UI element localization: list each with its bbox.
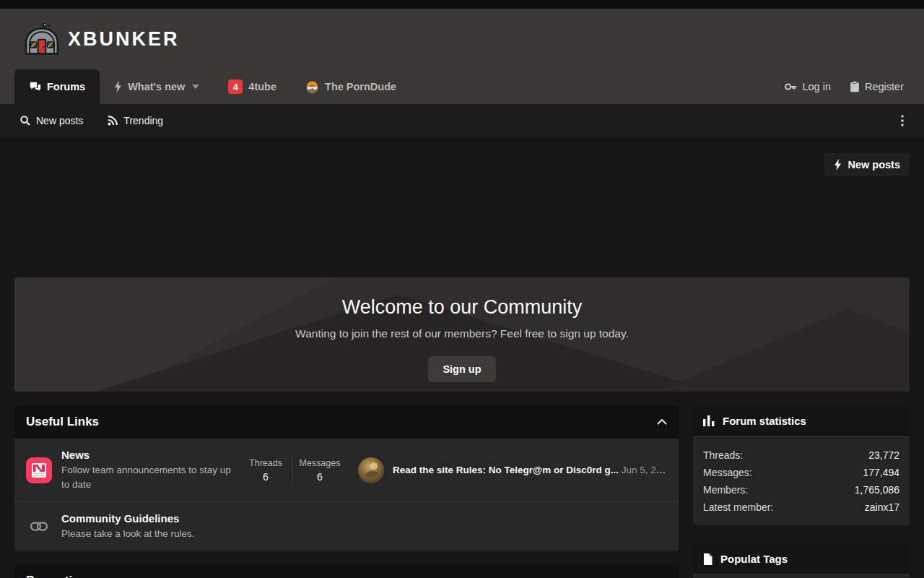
stat-row-latest-member: Latest member: zainx17 [703,499,899,516]
latest-thread[interactable]: Read the site Rules: No Telegr@m or Disc… [358,457,667,483]
login-label: Log in [802,81,831,92]
welcome-subtitle: Wanting to join the rest of our members?… [14,327,910,340]
lightning-icon [114,81,122,92]
welcome-title: Welcome to our Community [14,296,910,319]
subnav-trending-label: Trending [123,115,163,126]
messages-value: 6 [293,471,346,483]
tab-porndude[interactable]: The PornDude [291,69,411,104]
stat-row-threads: Threads: 23,772 [703,447,899,464]
avatar[interactable] [358,457,384,483]
tab-whats-new[interactable]: What's new [100,69,214,104]
brand-name[interactable]: XBUNKER [68,28,180,51]
stat-label: Threads: [703,447,743,464]
key-icon [785,82,797,91]
stat-row-members: Members: 1,765,086 [703,481,899,499]
bar-chart-icon [703,415,715,426]
forum-statistics-body: Threads: 23,772 Messages: 177,494 Member… [693,437,910,525]
threads-value: 6 [239,471,292,483]
register-label: Register [865,81,904,92]
popular-tags-title: Populat Tags [720,553,788,565]
document-icon [703,553,712,565]
sign-up-button[interactable]: Sign up [428,356,495,382]
more-options-icon[interactable] [901,115,904,126]
useful-links-card: Useful Links [14,405,679,551]
popular-tags-body [693,575,910,578]
tab-forums[interactable]: Forums [14,69,100,104]
lightning-icon [834,159,842,171]
subnav-new-posts[interactable]: New posts [20,115,83,126]
node-description: Please take a look at the rules. [61,527,195,541]
popular-tags-header: Populat Tags [693,543,910,575]
chevron-down-icon [192,85,199,89]
search-icon [20,116,30,126]
main-content: New posts Welcome to our Community Wanti… [0,153,924,578]
promotions-card: Promotions [14,564,679,578]
register-icon [850,81,860,92]
stat-value: 177,494 [863,464,899,481]
node-title[interactable]: News [61,449,239,461]
site-header: XBUNKER Forums What's new 4 4tube [0,9,924,104]
rss-icon [108,116,118,126]
forum-node-news[interactable]: News Follow team announcements to stay u… [14,439,679,501]
promotions-title: Promotions [26,574,94,578]
stat-value: 23,772 [868,447,899,464]
stat-label: Members: [703,481,748,499]
latest-thread-title[interactable]: Read the site Rules: No Telegr@m or Disc… [393,465,619,475]
top-strip [0,0,924,9]
logo-row: XBUNKER [0,9,924,69]
forum-statistics-title: Forum statistics [723,415,806,427]
porndude-icon [305,80,319,94]
forum-statistics-header: Forum statistics [693,405,910,437]
latest-thread-meta: Jun 5, 2024 · ... [622,465,667,475]
tab-whats-new-label: What's new [128,81,185,92]
useful-links-header[interactable]: Useful Links [14,405,679,439]
messages-label: Messages [293,458,346,468]
tab-4tube[interactable]: 4 4tube [214,69,291,104]
forums-icon [29,81,41,92]
subnav-trending[interactable]: Trending [108,115,163,126]
tab-4tube-label: 4tube [248,81,276,92]
main-nav: Forums What's new 4 4tube [0,69,924,104]
stat-value: 1,765,086 [855,481,899,499]
node-stats: Threads 6 Messages 6 [239,456,346,485]
sub-nav: New posts Trending [0,104,924,137]
welcome-banner: Welcome to our Community Wanting to join… [14,277,910,392]
news-icon [26,457,52,483]
bunker-logo-icon[interactable] [23,22,61,56]
threads-label: Threads [239,458,292,468]
new-posts-button-label: New posts [847,159,900,171]
node-description: Follow team announcements to stay up to … [61,463,239,491]
forum-statistics-card: Forum statistics Threads: 23,772 Message… [693,405,910,525]
register-link[interactable]: Register [850,81,904,92]
4tube-icon: 4 [228,79,243,94]
tab-porndude-label: The PornDude [325,81,396,92]
popular-tags-card: Populat Tags [693,543,910,578]
stat-label: Messages: [703,464,752,481]
link-icon [26,522,52,531]
forum-node-guidelines[interactable]: Community Guidelines Please take a look … [14,501,679,551]
stat-label: Latest member: [703,499,773,516]
node-title[interactable]: Community Guidelines [61,512,195,525]
auth-links: Log in Register [785,69,924,104]
tab-forums-label: Forums [47,81,85,92]
stat-row-messages: Messages: 177,494 [703,464,899,481]
new-posts-button[interactable]: New posts [824,153,910,176]
subnav-new-posts-label: New posts [36,115,83,126]
latest-member-link[interactable]: zainx17 [865,499,899,516]
chevron-up-icon[interactable] [657,419,667,425]
login-link[interactable]: Log in [785,81,831,92]
promotions-header[interactable]: Promotions [14,564,679,578]
useful-links-title: Useful Links [26,415,99,429]
